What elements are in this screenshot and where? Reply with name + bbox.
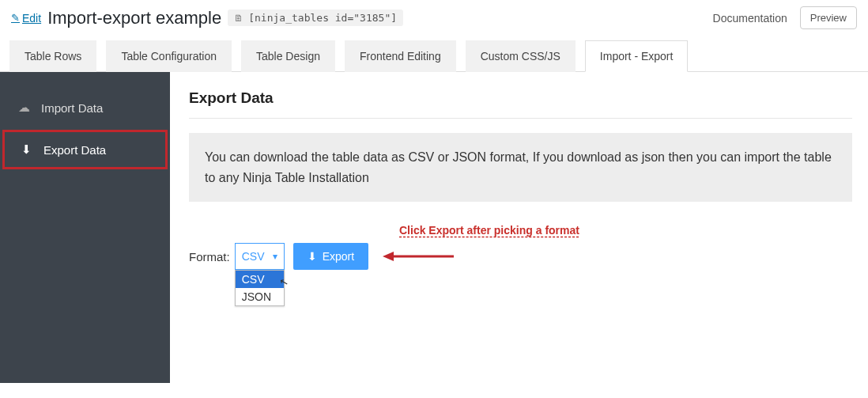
page-header: ✎ Edit Import-export example 🗎 [ninja_ta…: [0, 0, 868, 40]
format-dropdown: CSV JSON ↖: [235, 270, 285, 306]
sidebar-item-import-data[interactable]: ☁ Import Data: [0, 88, 170, 127]
shortcode-display[interactable]: 🗎 [ninja_tables id="3185"]: [228, 9, 403, 26]
sidebar: ☁ Import Data ⬇ Export Data: [0, 72, 170, 383]
sidebar-item-label: Export Data: [43, 143, 106, 157]
tab-custom-css-js[interactable]: Custom CSS/JS: [466, 40, 576, 72]
format-select-wrap: CSV ▾ CSV JSON ↖: [235, 243, 285, 270]
format-select[interactable]: CSV ▾: [235, 243, 285, 270]
export-form-row: Format: CSV ▾ CSV JSON ↖ ⬇ Export: [189, 243, 852, 270]
header-left: ✎ Edit Import-export example 🗎 [ninja_ta…: [11, 8, 403, 28]
document-icon: 🗎: [234, 13, 243, 24]
dropdown-option-json[interactable]: JSON: [236, 288, 284, 305]
content-body: ☁ Import Data ⬇ Export Data Export Data …: [0, 72, 868, 383]
tab-navigation: Table Rows Table Configuration Table Des…: [0, 40, 868, 72]
edit-link[interactable]: ✎ Edit: [11, 12, 41, 25]
edit-label: Edit: [22, 12, 41, 25]
page-title: Import-export example: [47, 8, 221, 28]
download-icon: ⬇: [308, 250, 317, 263]
arrow-annotation-icon: [383, 248, 454, 264]
documentation-link[interactable]: Documentation: [713, 12, 787, 25]
header-right: Documentation Preview: [713, 6, 857, 29]
format-label: Format:: [189, 250, 230, 263]
tab-table-rows[interactable]: Table Rows: [9, 40, 96, 72]
export-button-label: Export: [323, 250, 354, 263]
section-title: Export Data: [189, 89, 852, 119]
tab-table-configuration[interactable]: Table Configuration: [106, 40, 232, 72]
select-value: CSV: [242, 250, 265, 263]
annotation-text: Click Export after picking a format: [399, 224, 852, 237]
sidebar-item-label: Import Data: [41, 101, 103, 115]
sidebar-item-export-data[interactable]: ⬇ Export Data: [2, 130, 168, 169]
tab-frontend-editing[interactable]: Frontend Editing: [345, 40, 456, 72]
chevron-down-icon: ▾: [273, 251, 277, 262]
tab-import-export[interactable]: Import - Export: [585, 40, 689, 72]
main-content: Export Data You can download the table d…: [170, 72, 868, 383]
svg-marker-1: [383, 252, 394, 261]
export-button[interactable]: ⬇ Export: [293, 243, 368, 270]
cloud-upload-icon: ☁: [17, 100, 30, 115]
download-icon: ⬇: [20, 142, 32, 157]
tab-table-design[interactable]: Table Design: [241, 40, 335, 72]
dropdown-option-csv[interactable]: CSV: [236, 271, 284, 288]
preview-button[interactable]: Preview: [800, 6, 857, 29]
edit-icon: ✎: [11, 12, 20, 24]
export-notice: You can download the table data as CSV o…: [189, 133, 852, 202]
shortcode-text: [ninja_tables id="3185"]: [248, 12, 397, 24]
